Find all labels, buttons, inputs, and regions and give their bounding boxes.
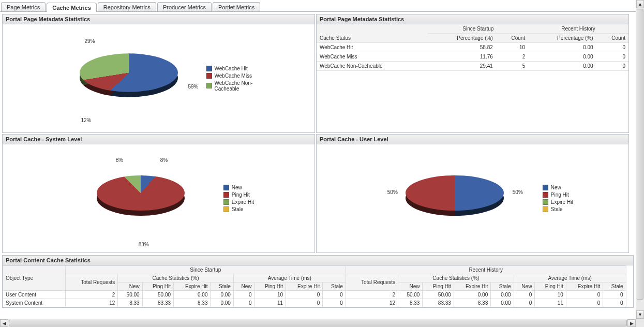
content-scroll-area: Page Metrics Cache Metrics Repository Me… <box>0 0 636 319</box>
tab-bar: Page Metrics Cache Metrics Repository Me… <box>0 0 636 12</box>
col-count[interactable]: Count <box>596 34 628 43</box>
content-cache-table: Object Type Since Startup Recent History… <box>3 265 633 307</box>
col-expire-hit[interactable]: Expire Hit <box>174 283 211 291</box>
col-ping-hit[interactable]: Ping Hit <box>142 283 173 291</box>
panel-body: 50% 50% New Ping Hit Expire Hit Stale <box>317 144 628 252</box>
cell: 0 <box>603 291 626 299</box>
cell: 2 <box>496 52 528 62</box>
col-group-since-startup: Since Startup <box>428 24 528 34</box>
pie-label-new: 8% <box>160 157 168 163</box>
table-row[interactable]: WebCache Non-Cacheable 29.41 5 0.00 0 <box>317 62 628 71</box>
cell: 0 <box>286 299 323 307</box>
tab-page-metrics[interactable]: Page Metrics <box>1 2 46 11</box>
panel-cache-system: Portal Cache - System Level 8% 83% 8% <box>2 134 315 253</box>
panel-header: Portal Cache - System Level <box>3 135 314 144</box>
cell: 0.00 <box>454 291 490 299</box>
col-expire-hit[interactable]: Expire Hit <box>566 283 603 291</box>
cell: 8.33 <box>118 299 142 307</box>
panel-metadata-pie: Portal Page Metadata Statistics 59% 12% … <box>2 14 315 133</box>
legend-label: WebCache Hit <box>215 66 248 71</box>
cell: 0 <box>233 299 254 307</box>
col-percentage[interactable]: Percentage (%) <box>528 34 596 43</box>
panel-body: 8% 83% 8% New Ping Hit Expire Hit Stale <box>3 144 314 252</box>
tab-cache-metrics[interactable]: Cache Metrics <box>47 3 97 12</box>
swatch-icon <box>223 185 229 190</box>
metadata-stats-table: Cache Status Since Startup Recent Histor… <box>317 24 628 71</box>
pie-chart-user: 50% 50% <box>372 147 537 250</box>
panel-cache-user: Portal Cache - User Level 50% 50% N <box>316 134 629 253</box>
panel-body: Cache Status Since Startup Recent Histor… <box>317 24 628 132</box>
cell: 0.00 <box>491 291 514 299</box>
tab-producer-metrics[interactable]: Producer Metrics <box>157 2 212 11</box>
col-total-requests[interactable]: Total Requests <box>66 274 118 291</box>
col-stale[interactable]: Stale <box>491 283 514 291</box>
cell: 0 <box>514 291 535 299</box>
scroll-down-icon[interactable]: ▼ <box>636 310 644 319</box>
col-ping-hit[interactable]: Ping Hit <box>535 283 566 291</box>
col-stale[interactable]: Stale <box>603 283 626 291</box>
cell: 50.00 <box>423 291 454 299</box>
cell: 10 <box>535 291 566 299</box>
swatch-icon <box>206 73 212 79</box>
col-ping-hit[interactable]: Ping Hit <box>423 283 454 291</box>
col-cache-status[interactable]: Cache Status <box>317 24 428 43</box>
cell: 11 <box>254 299 286 307</box>
cell: 0 <box>603 299 626 307</box>
legend-label: New <box>551 185 561 190</box>
tab-portlet-metrics[interactable]: Portlet Metrics <box>213 2 260 11</box>
col-percentage[interactable]: Percentage (%) <box>428 34 496 43</box>
cell: 0 <box>514 299 535 307</box>
col-stale[interactable]: Stale <box>211 283 233 291</box>
legend-label: Stale <box>232 206 244 212</box>
legend-label: Ping Hit <box>551 192 569 198</box>
cell: 50.00 <box>118 291 142 299</box>
pie-chart-metadata: 59% 12% 29% <box>56 27 201 130</box>
col-count[interactable]: Count <box>496 34 528 43</box>
cell: 58.82 <box>428 43 496 52</box>
cell: 0 <box>323 291 346 299</box>
col-new[interactable]: New <box>398 283 423 291</box>
tab-repository-metrics[interactable]: Repository Metrics <box>98 2 156 11</box>
scroll-right-icon[interactable]: ▶ <box>627 319 636 327</box>
swatch-icon <box>223 199 229 205</box>
col-new[interactable]: New <box>514 283 535 291</box>
col-expire-hit[interactable]: Expire Hit <box>286 283 323 291</box>
scroll-left-icon[interactable]: ◀ <box>0 319 8 327</box>
cell: 2 <box>346 291 398 299</box>
cell: 8.33 <box>398 299 423 307</box>
cell: 0 <box>566 291 603 299</box>
col-stale[interactable]: Stale <box>323 283 346 291</box>
swatch-icon <box>543 206 548 212</box>
legend-label: Expire Hit <box>232 199 254 205</box>
col-group-avg-time: Average Time (ms) <box>514 274 626 283</box>
vertical-scrollbar[interactable]: ▲ ▼ <box>636 0 644 319</box>
table-row[interactable]: WebCache Hit 58.82 10 0.00 0 <box>317 43 628 52</box>
scroll-up-icon[interactable]: ▲ <box>636 0 644 8</box>
col-group-recent-history: Recent History <box>528 24 628 34</box>
table-row[interactable]: WebCache Miss 11.76 2 0.00 0 <box>317 52 628 62</box>
scroll-thumb[interactable] <box>637 9 643 300</box>
cell: 5 <box>496 62 528 71</box>
cell: 12 <box>66 299 118 307</box>
cell: WebCache Hit <box>317 43 428 52</box>
legend-label: New <box>232 185 242 190</box>
col-new[interactable]: New <box>233 283 254 291</box>
table-row[interactable]: User Content 2 50.00 50.00 0.00 0.00 0 1… <box>3 291 634 299</box>
cell: 50.00 <box>142 291 173 299</box>
cell: 0 <box>286 291 323 299</box>
table-row[interactable]: System Content 12 8.33 83.33 8.33 0.00 0… <box>3 299 634 307</box>
cell: WebCache Non-Cacheable <box>317 62 428 71</box>
scroll-thumb[interactable] <box>9 320 627 326</box>
legend-cache: New Ping Hit Expire Hit Stale <box>543 183 573 214</box>
panel-content-cache: Portal Content Cache Statistics Object T… <box>2 255 634 308</box>
horizontal-scrollbar[interactable]: ◀ ▶ <box>0 319 644 327</box>
col-expire-hit[interactable]: Expire Hit <box>454 283 490 291</box>
col-new[interactable]: New <box>118 283 142 291</box>
panel-header: Portal Page Metadata Statistics <box>317 14 628 24</box>
cell: 0 <box>596 62 628 71</box>
swatch-icon <box>206 83 212 88</box>
col-ping-hit[interactable]: Ping Hit <box>254 283 286 291</box>
col-total-requests[interactable]: Total Requests <box>346 274 398 291</box>
col-object-type[interactable]: Object Type <box>3 266 66 291</box>
cell: 11 <box>535 299 566 307</box>
